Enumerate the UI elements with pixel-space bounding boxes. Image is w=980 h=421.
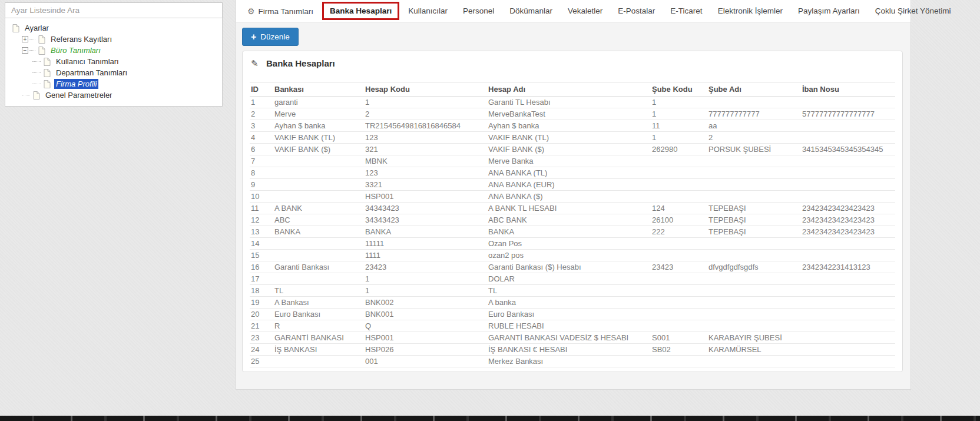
main-panel: ⚙Firma TanımlarıBanka HesaplarıKullanıcı… bbox=[236, 0, 911, 390]
column-header-hesap-kodu[interactable]: Hesap Kodu bbox=[364, 82, 487, 97]
table-row[interactable]: 2Merve2MerveBankaTest1777777777777577777… bbox=[250, 108, 895, 120]
table-cell: Merve Banka bbox=[487, 155, 651, 167]
expander-minus-icon[interactable]: − bbox=[22, 47, 28, 54]
column-header-ube-ad[interactable]: Şube Adı bbox=[707, 82, 801, 97]
table-cell: A banka bbox=[487, 297, 651, 309]
tab-label: Paylaşım Ayarları bbox=[798, 6, 860, 15]
table-row[interactable]: 18TL1TL bbox=[250, 285, 895, 297]
tab-elektronik-i-lemler[interactable]: Elektronik İşlemler bbox=[710, 6, 790, 15]
table-cell: KARABAYIR ŞUBESİ bbox=[707, 332, 801, 344]
table-row[interactable]: 20Euro BankasıBNK001Euro Bankası bbox=[250, 309, 895, 320]
tree-item-genel-parametreler[interactable]: Genel Parametreler bbox=[9, 89, 218, 101]
table-row[interactable]: 11A BANK34343423A BANK TL HESABI124TEPEB… bbox=[250, 203, 895, 214]
table-cell bbox=[707, 320, 801, 332]
table-row[interactable]: 23GARANTİ BANKASIHSP001GARANTİ BANKASI V… bbox=[250, 332, 895, 344]
table-row[interactable]: 3Ayhan $ bankaTR21545649816816846584Ayha… bbox=[250, 120, 895, 132]
tree-item-referans-kay-tlar[interactable]: +Referans Kayıtları bbox=[9, 34, 218, 45]
table-cell: ABC BANK bbox=[487, 214, 651, 226]
tab-firma-tan-mlar[interactable]: ⚙Firma Tanımları bbox=[240, 6, 321, 16]
settings-search-input[interactable] bbox=[5, 2, 223, 18]
table-row[interactable]: 21RQRUBLE HESABI bbox=[250, 320, 895, 332]
table-cell: 23423 bbox=[364, 261, 487, 273]
table-row[interactable]: 12ABC34343423ABC BANK26100TEPEBAŞI234234… bbox=[250, 214, 895, 226]
tab-label: Çoklu Şirket Yönetimi bbox=[875, 6, 951, 15]
column-header-ube-kodu[interactable]: Şube Kodu bbox=[651, 82, 707, 97]
table-cell bbox=[707, 309, 801, 320]
table-cell: MBNK bbox=[364, 155, 487, 167]
table-cell bbox=[707, 179, 801, 191]
tab-label: Elektronik İşlemler bbox=[718, 6, 783, 15]
table-row[interactable]: 24İŞ BANKASIHSP026İŞ BANKASI € HESABISB0… bbox=[250, 344, 895, 356]
column-header-i-ban-nosu[interactable]: İban Nosu bbox=[801, 82, 895, 97]
table-cell: garanti bbox=[273, 97, 364, 108]
table-cell: 14 bbox=[250, 238, 273, 250]
table-cell: ABC bbox=[273, 214, 364, 226]
edit-button[interactable]: + Düzenle bbox=[242, 28, 299, 46]
tree-connector bbox=[22, 95, 30, 95]
table-row[interactable]: 93321ANA BANKA (EUR) bbox=[250, 179, 895, 191]
table-row[interactable]: 8123ANA BANKA (TL) bbox=[250, 167, 895, 179]
table-cell: 777777777777 bbox=[707, 108, 801, 120]
table-row[interactable]: 10HSP001ANA BANKA ($) bbox=[250, 191, 895, 203]
table-cell: ANA BANKA (EUR) bbox=[487, 179, 651, 191]
column-header-bankas[interactable]: Bankası bbox=[273, 82, 364, 97]
table-cell: 26100 bbox=[651, 214, 707, 226]
table-cell bbox=[651, 297, 707, 309]
table-cell bbox=[801, 285, 895, 297]
expander-plus-icon[interactable]: + bbox=[22, 36, 28, 42]
table-cell bbox=[273, 250, 364, 261]
table-row[interactable]: 7MBNKMerve Banka bbox=[250, 155, 895, 167]
table-cell: aa bbox=[707, 120, 801, 132]
table-row[interactable]: 25001Merkez Bankası bbox=[250, 356, 895, 367]
table-cell bbox=[707, 297, 801, 309]
tab-e-ticaret[interactable]: E-Ticaret bbox=[663, 6, 710, 15]
tab-personel[interactable]: Personel bbox=[455, 6, 502, 15]
table-cell bbox=[707, 238, 801, 250]
panel-title: Banka Hesapları bbox=[266, 58, 335, 68]
table-cell: VAKIF BANK (TL) bbox=[273, 132, 364, 144]
bank-accounts-panel: ✎ Banka Hesapları IDBankasıHesap KoduHes… bbox=[242, 51, 903, 372]
table-cell: GARANTİ BANKASI bbox=[273, 332, 364, 344]
tab-oklu-irket-y-netimi[interactable]: Çoklu Şirket Yönetimi bbox=[868, 6, 959, 15]
tab-banka-hesaplar[interactable]: Banka Hesapları bbox=[322, 2, 399, 20]
table-row[interactable]: 151111ozan2 pos bbox=[250, 250, 895, 261]
table-cell: TEPEBAŞI bbox=[707, 226, 801, 238]
table-cell bbox=[651, 167, 707, 179]
table-cell: PORSUK ŞUBESİ bbox=[707, 144, 801, 155]
table-row[interactable]: 1garanti1Garanti TL Hesabı1 bbox=[250, 97, 895, 108]
tab-d-k-manlar[interactable]: Dökümanlar bbox=[502, 6, 560, 15]
table-row[interactable]: 16Garanti Bankası23423Garanti Bankası ($… bbox=[250, 261, 895, 273]
table-cell: 9 bbox=[250, 179, 273, 191]
tree-item-b-ro-tan-mlar[interactable]: −Büro Tanımları bbox=[9, 45, 218, 56]
tree-item-ayarlar[interactable]: Ayarlar bbox=[9, 22, 218, 34]
table-cell bbox=[707, 250, 801, 261]
table-cell: 24 bbox=[250, 344, 273, 356]
column-header-hesap-ad[interactable]: Hesap Adı bbox=[487, 82, 651, 97]
table-cell bbox=[273, 356, 364, 367]
tree-connector bbox=[29, 50, 35, 51]
tab-kullan-c-lar[interactable]: Kullanıcılar bbox=[400, 6, 455, 15]
tab-bar: ⚙Firma TanımlarıBanka HesaplarıKullanıcı… bbox=[236, 0, 911, 22]
table-cell: Merve bbox=[273, 108, 364, 120]
tab-e-postalar[interactable]: E-Postalar bbox=[610, 6, 663, 15]
tree-connector bbox=[32, 72, 41, 73]
page-icon bbox=[12, 24, 19, 32]
tree-item-firma-profili[interactable]: Firma Profili bbox=[9, 78, 218, 89]
table-row[interactable]: 4VAKIF BANK (TL)123VAKIF BANK (TL)12 bbox=[250, 132, 895, 144]
table-row[interactable]: 171DOLAR bbox=[250, 273, 895, 285]
tree-item-departman-tan-mlar[interactable]: Departman Tanımları bbox=[9, 67, 218, 78]
table-row[interactable]: 19A BankasıBNK002A banka bbox=[250, 297, 895, 309]
tab-vekaletler[interactable]: Vekaletler bbox=[560, 6, 610, 15]
page-icon bbox=[38, 35, 45, 44]
table-cell bbox=[273, 167, 364, 179]
table-cell: 6 bbox=[250, 144, 273, 155]
tree-item-kullan-c-tan-mlar[interactable]: Kullanıcı Tanımları bbox=[9, 56, 218, 67]
tree-item-label: Firma Profili bbox=[54, 79, 98, 89]
table-cell: 23 bbox=[250, 332, 273, 344]
tab-payla-m-ayarlar[interactable]: Paylaşım Ayarları bbox=[790, 6, 868, 15]
table-row[interactable]: 1411111Ozan Pos bbox=[250, 238, 895, 250]
table-row[interactable]: 6VAKIF BANK ($)321VAKIF BANK ($)262980PO… bbox=[250, 144, 895, 155]
table-row[interactable]: 13BANKABANKABANKA222TEPEBAŞI234234234234… bbox=[250, 226, 895, 238]
table-cell: 001 bbox=[364, 356, 487, 367]
column-header-id[interactable]: ID bbox=[250, 82, 273, 97]
